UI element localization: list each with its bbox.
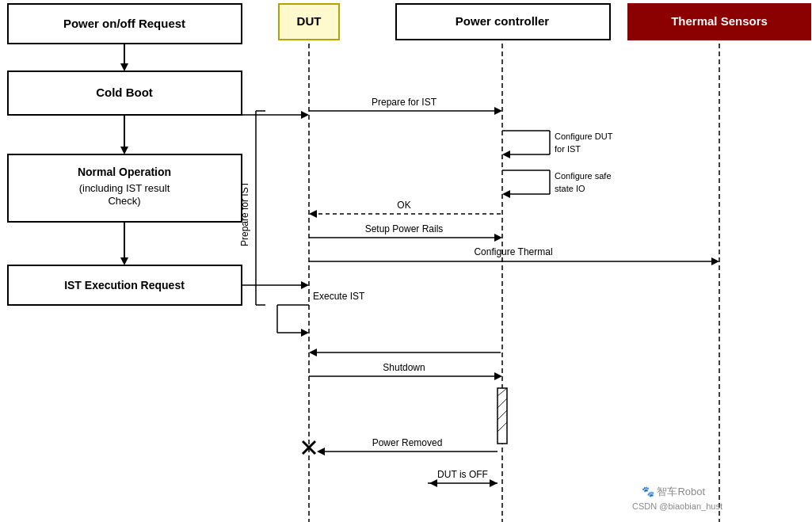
label-power-request: Power on/off Request (63, 17, 185, 30)
actor-power-label: Power controller (456, 14, 550, 28)
arrowhead-self1 (502, 151, 510, 158)
label-configure-thermal: Configure Thermal (474, 246, 552, 257)
arrowhead-self2 (502, 190, 510, 198)
arrowhead-istexec-dut (301, 281, 309, 289)
arrowhead-unnamed (309, 349, 317, 356)
actor-dut-label: DUT (297, 14, 322, 28)
watermark-line1: 🐾 智车Robot (642, 485, 706, 498)
label-configure-dut1: Configure DUT (555, 131, 613, 141)
sequence-diagram: Power on/off Request Cold Boot Normal Op… (0, 0, 812, 522)
arrowhead-coldboot-dut (301, 111, 309, 119)
label-shutdown: Shutdown (383, 362, 425, 373)
arrowhead-exec-ist (301, 329, 309, 337)
label-prepare-ist: Prepare for IST (372, 97, 437, 108)
arrowhead-prepare-ist (494, 107, 502, 115)
label-execute-ist: Execute IST (313, 291, 365, 302)
arrowhead-normal (120, 147, 128, 154)
activation-box-power (497, 388, 507, 444)
diagram-container: Power on/off Request Cold Boot Normal Op… (0, 0, 812, 522)
actor-thermal-label: Thermal Sensors (671, 14, 768, 28)
arrowhead-rails (494, 234, 502, 242)
arrowhead-ok (309, 210, 317, 218)
label-ist-exec: IST Execution Request (64, 279, 185, 291)
arrowhead-dut-off-right (490, 479, 497, 487)
label-normal-op-3: Check) (108, 195, 140, 207)
arrowhead-dut-off-left (429, 479, 437, 487)
label-setup-rails: Setup Power Rails (365, 223, 444, 234)
label-normal-op-2: (including IST result (79, 182, 170, 194)
label-normal-op-1: Normal Operation (78, 166, 171, 178)
arrowhead-power-removed (317, 448, 325, 455)
arrowhead-cold-boot (120, 63, 128, 71)
label-prepare-vertical: Prepare for IST (239, 181, 250, 246)
label-safe-state1: Configure safe (555, 171, 612, 181)
label-power-removed: Power Removed (372, 437, 443, 448)
watermark-line2: CSDN @biaobian_hust (632, 501, 722, 511)
label-configure-dut2: for IST (555, 144, 581, 154)
arrowhead-ist (120, 257, 128, 265)
label-dut-off: DUT is OFF (437, 469, 488, 480)
arrowhead-shutdown (494, 372, 502, 380)
label-safe-state2: state IO (555, 184, 585, 193)
label-ok: OK (397, 200, 410, 211)
arrowhead-thermal (711, 257, 719, 265)
label-cold-boot: Cold Boot (96, 86, 153, 99)
